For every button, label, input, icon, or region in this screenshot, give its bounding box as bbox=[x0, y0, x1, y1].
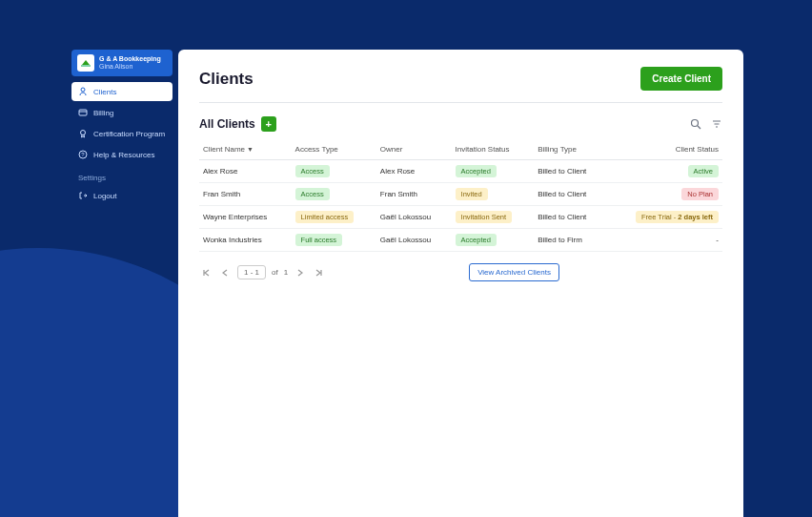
create-client-button[interactable]: Create Client bbox=[640, 67, 722, 91]
clients-table: Client Name▼ Access Type Owner Invitatio… bbox=[199, 139, 722, 252]
sidebar: G & A Bookkeeping Gina Alison Clients Bi… bbox=[71, 50, 178, 517]
cell-invite: Accepted bbox=[452, 160, 535, 183]
table-row[interactable]: Alex RoseAccessAlex RoseAcceptedBilled t… bbox=[199, 160, 722, 183]
cell-access: Limited access bbox=[292, 206, 376, 229]
cell-client-name: Alex Rose bbox=[199, 160, 292, 183]
settings-section-label: Settings bbox=[71, 166, 173, 186]
cell-access: Access bbox=[292, 183, 376, 206]
pagination: 1 - 1 of 1 bbox=[199, 265, 326, 279]
cell-access: Access bbox=[292, 160, 376, 183]
nav-label: Help & Resources bbox=[93, 151, 154, 159]
cell-invite: Accepted bbox=[452, 229, 535, 252]
cell-client-name: Wayne Enterprises bbox=[199, 206, 292, 229]
cell-owner: Gaël Lokossou bbox=[376, 229, 452, 252]
col-access-type[interactable]: Access Type bbox=[292, 139, 376, 160]
cell-billing: Billed to Firm bbox=[534, 229, 606, 252]
cell-owner: Alex Rose bbox=[376, 160, 452, 183]
svg-point-5 bbox=[81, 131, 86, 135]
page-title: Clients bbox=[199, 70, 254, 89]
pager-last-icon[interactable] bbox=[313, 266, 326, 279]
sidebar-item-clients[interactable]: Clients bbox=[71, 82, 173, 101]
cell-status: Active bbox=[606, 160, 722, 183]
nav-label: Certification Program bbox=[93, 130, 165, 138]
add-client-button[interactable]: + bbox=[261, 116, 276, 132]
logout-icon bbox=[78, 191, 88, 200]
col-client-name[interactable]: Client Name▼ bbox=[199, 139, 292, 160]
col-owner[interactable]: Owner bbox=[376, 139, 452, 160]
sidebar-item-logout[interactable]: Logout bbox=[71, 186, 173, 205]
sort-caret-icon: ▼ bbox=[247, 146, 254, 153]
cell-access: Full access bbox=[292, 229, 376, 252]
svg-point-2 bbox=[81, 88, 85, 92]
clients-icon bbox=[78, 87, 88, 96]
sidebar-item-billing[interactable]: Billing bbox=[71, 103, 173, 122]
table-header-row: Client Name▼ Access Type Owner Invitatio… bbox=[199, 139, 722, 160]
subheader: All Clients + bbox=[199, 116, 722, 132]
cell-billing: Billed to Client bbox=[534, 206, 606, 229]
cell-status: No Plan bbox=[606, 183, 722, 206]
filter-icon[interactable] bbox=[711, 118, 722, 130]
org-user: Gina Alison bbox=[99, 63, 161, 71]
view-archived-button[interactable]: View Archived Clients bbox=[469, 263, 559, 281]
pager-range: 1 - 1 bbox=[237, 265, 266, 279]
search-icon[interactable] bbox=[690, 118, 701, 130]
cell-invite: Invitation Sent bbox=[452, 206, 535, 229]
page-header: Clients Create Client bbox=[199, 67, 722, 103]
svg-point-8 bbox=[692, 120, 699, 127]
pager-prev-icon[interactable] bbox=[218, 266, 232, 279]
col-client-status[interactable]: Client Status bbox=[606, 139, 722, 160]
svg-rect-3 bbox=[79, 110, 87, 115]
pager-total: 1 bbox=[284, 268, 288, 277]
cell-billing: Billed to Client bbox=[534, 160, 606, 183]
cell-billing: Billed to Client bbox=[534, 183, 606, 206]
certification-icon bbox=[78, 129, 88, 138]
pager-next-icon[interactable] bbox=[294, 266, 307, 279]
main-panel: Clients Create Client All Clients + Clie… bbox=[178, 50, 743, 517]
cell-status: - bbox=[606, 229, 722, 252]
sidebar-item-help[interactable]: ? Help & Resources bbox=[71, 145, 173, 164]
table-row[interactable]: Fran SmithAccessFran SmithInvitedBilled … bbox=[199, 183, 722, 206]
nav-label: Billing bbox=[93, 109, 113, 117]
all-clients-title: All Clients bbox=[199, 117, 255, 131]
cell-status: Free Trial - 2 days left bbox=[606, 206, 722, 229]
cell-owner: Gaël Lokossou bbox=[376, 206, 452, 229]
pager-of-label: of bbox=[272, 268, 278, 277]
cell-owner: Fran Smith bbox=[376, 183, 452, 206]
help-icon: ? bbox=[78, 150, 88, 159]
org-name: G & A Bookkeeping bbox=[99, 55, 161, 63]
col-invitation-status[interactable]: Invitation Status bbox=[452, 139, 535, 160]
cell-client-name: Fran Smith bbox=[199, 183, 292, 206]
table-row[interactable]: Wonka IndustriesFull accessGaël Lokossou… bbox=[199, 229, 722, 252]
org-logo bbox=[77, 54, 94, 72]
pager-first-icon[interactable] bbox=[199, 266, 213, 279]
table-row[interactable]: Wayne EnterprisesLimited accessGaël Loko… bbox=[199, 206, 722, 229]
billing-icon bbox=[78, 108, 88, 117]
table-footer: 1 - 1 of 1 View Archived Clients bbox=[199, 263, 722, 281]
nav-label: Clients bbox=[93, 88, 116, 96]
cell-invite: Invited bbox=[452, 183, 535, 206]
org-card[interactable]: G & A Bookkeeping Gina Alison bbox=[71, 50, 173, 76]
nav-label: Logout bbox=[93, 192, 116, 200]
cell-client-name: Wonka Industries bbox=[199, 229, 292, 252]
col-billing-type[interactable]: Billing Type bbox=[534, 139, 606, 160]
sidebar-item-certification[interactable]: Certification Program bbox=[71, 124, 173, 143]
svg-line-9 bbox=[698, 126, 700, 129]
svg-rect-1 bbox=[81, 66, 91, 67]
svg-text:?: ? bbox=[81, 152, 85, 157]
